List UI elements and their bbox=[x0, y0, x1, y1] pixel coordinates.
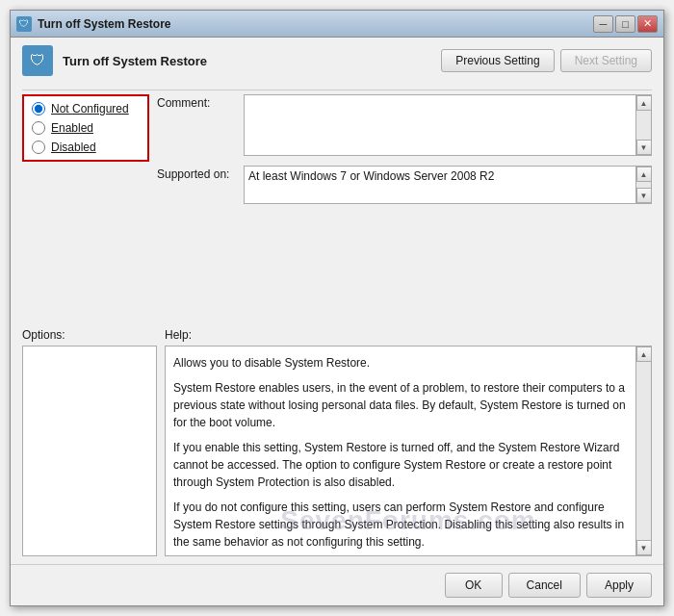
comment-box[interactable]: ▲ ▼ bbox=[244, 94, 652, 156]
comment-scroll-down[interactable]: ▼ bbox=[636, 140, 652, 155]
cancel-button[interactable]: Cancel bbox=[508, 573, 581, 598]
help-content: Allows you to disable System Restore. Sy… bbox=[166, 346, 651, 556]
supported-on-value: At least Windows 7 or Windows Server 200… bbox=[248, 169, 494, 183]
minimize-button[interactable]: ─ bbox=[593, 15, 613, 33]
ok-button[interactable]: OK bbox=[445, 573, 503, 598]
help-scroll-down[interactable]: ▼ bbox=[636, 540, 652, 555]
supported-on-label: Supported on: bbox=[157, 166, 244, 181]
header-separator bbox=[22, 90, 652, 90]
comment-scroll-track bbox=[636, 111, 651, 140]
supported-scroll-up[interactable]: ▲ bbox=[636, 167, 652, 182]
help-p4: If you do not configure this setting, us… bbox=[173, 499, 632, 551]
bottom-section: Options: Help: Allows you to disable Sys… bbox=[22, 328, 652, 556]
supported-on-box: At least Windows 7 or Windows Server 200… bbox=[244, 166, 652, 204]
help-scroll-track bbox=[636, 362, 651, 540]
radio-not-configured[interactable]: Not Configured bbox=[32, 102, 140, 116]
previous-setting-button[interactable]: Previous Setting bbox=[441, 49, 554, 72]
close-button[interactable]: ✕ bbox=[637, 15, 658, 33]
nav-buttons: Previous Setting Next Setting bbox=[441, 49, 652, 72]
dialog-content: 🛡 Turn off System Restore Previous Setti… bbox=[11, 38, 663, 564]
radio-disabled-label: Disabled bbox=[51, 141, 96, 154]
main-window: 🛡 Turn off System Restore ─ □ ✕ 🛡 Turn o… bbox=[10, 10, 664, 606]
radio-enabled-input[interactable] bbox=[32, 121, 45, 135]
radio-enabled-label: Enabled bbox=[51, 121, 93, 135]
radio-disabled-input[interactable] bbox=[32, 141, 45, 154]
radio-group: Not Configured Enabled Disabled bbox=[22, 94, 149, 162]
header-row: 🛡 Turn off System Restore Previous Setti… bbox=[22, 45, 652, 76]
main-section: Not Configured Enabled Disabled Comm bbox=[22, 94, 652, 322]
help-p2: System Restore enables users, in the eve… bbox=[173, 379, 632, 431]
help-box: Allows you to disable System Restore. Sy… bbox=[165, 346, 652, 556]
header-icon: 🛡 bbox=[22, 45, 53, 76]
supported-scrollbar: ▲ ▼ bbox=[635, 167, 651, 203]
radio-not-configured-input[interactable] bbox=[32, 102, 45, 116]
help-p3: If you enable this setting, System Resto… bbox=[173, 439, 632, 491]
supported-section: Supported on: At least Windows 7 or Wind… bbox=[157, 166, 652, 204]
titlebar: 🛡 Turn off System Restore ─ □ ✕ bbox=[11, 11, 663, 38]
supported-scroll-down[interactable]: ▼ bbox=[636, 188, 652, 203]
titlebar-title: Turn off System Restore bbox=[38, 17, 593, 31]
options-panel: Options: bbox=[22, 328, 157, 556]
titlebar-icon: 🛡 bbox=[16, 16, 32, 32]
titlebar-buttons: ─ □ ✕ bbox=[593, 15, 658, 33]
maximize-button[interactable]: □ bbox=[615, 15, 635, 33]
comment-label: Comment: bbox=[157, 94, 244, 110]
left-panel: Not Configured Enabled Disabled bbox=[22, 94, 157, 322]
radio-disabled[interactable]: Disabled bbox=[32, 141, 140, 154]
help-p1: Allows you to disable System Restore. bbox=[173, 354, 632, 372]
comment-section: Comment: ▲ ▼ bbox=[157, 94, 652, 156]
footer: OK Cancel Apply bbox=[11, 564, 663, 605]
help-panel: Help: Allows you to disable System Resto… bbox=[165, 328, 652, 556]
next-setting-button[interactable]: Next Setting bbox=[560, 49, 652, 72]
radio-enabled[interactable]: Enabled bbox=[32, 121, 140, 135]
dialog-title: Turn off System Restore bbox=[63, 54, 441, 68]
options-box bbox=[22, 346, 157, 556]
comment-scroll-up[interactable]: ▲ bbox=[636, 95, 652, 111]
right-panel: Comment: ▲ ▼ Supported on: At least Wind… bbox=[157, 94, 652, 322]
radio-not-configured-label: Not Configured bbox=[51, 102, 129, 116]
comment-scrollbar: ▲ ▼ bbox=[635, 95, 651, 155]
apply-button[interactable]: Apply bbox=[586, 573, 652, 598]
help-scroll-up[interactable]: ▲ bbox=[636, 346, 652, 362]
help-scrollbar: ▲ ▼ bbox=[635, 346, 651, 555]
help-label: Help: bbox=[165, 328, 652, 342]
options-label: Options: bbox=[22, 328, 157, 342]
